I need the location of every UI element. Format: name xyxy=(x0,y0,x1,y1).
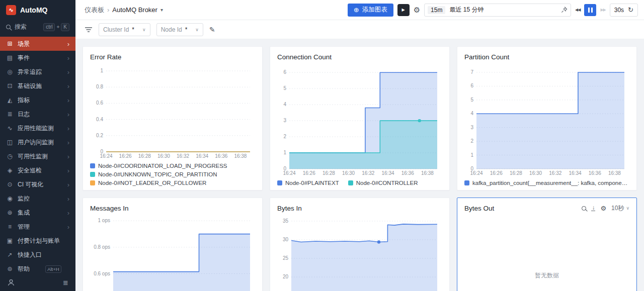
player-icon[interactable]: ▶ xyxy=(397,4,410,16)
sidebar-item-logs[interactable]: ≣ 日志 › xyxy=(0,107,75,121)
sidebar-item-integration[interactable]: ⊕ 集成 › xyxy=(0,206,75,220)
sidebar-item-scenes[interactable]: ⊞ 场景 › xyxy=(0,37,75,51)
svg-text:16:26: 16:26 xyxy=(119,153,132,159)
chart-canvas[interactable]: 1 ops0.8 ops0.6 ops0.4 ops16:2416:2616:2… xyxy=(90,214,255,291)
refresh-interval-select[interactable]: 30s ↻ xyxy=(610,4,638,17)
svg-text:2: 2 xyxy=(283,134,286,139)
sidebar-item-ci[interactable]: ⊙ CI 可视化 › xyxy=(0,177,75,191)
settings-gear-icon[interactable]: ⚙ xyxy=(414,6,420,15)
node-id-select[interactable]: Node Id * ∨ xyxy=(156,23,203,36)
logo[interactable]: ∿ AutoMQ xyxy=(0,0,75,19)
svg-text:16:32: 16:32 xyxy=(549,170,561,176)
legend-item[interactable]: Node-0#UNKNOWN_TOPIC_OR_PARTITION xyxy=(90,171,217,177)
svg-text:0.2: 0.2 xyxy=(96,133,103,138)
cluster-id-label: Cluster Id xyxy=(103,26,129,33)
legend-item[interactable]: Node-0#COORDINATOR_LOAD_IN_PROGRESS xyxy=(90,163,227,169)
chart-canvas[interactable]: 00.20.40.60.8116:2416:2616:2816:3016:321… xyxy=(90,63,255,160)
sidebar-item-tracing[interactable]: ◎ 异常追踪 › xyxy=(0,65,75,79)
fast-forward-icon[interactable]: ▶▶ xyxy=(600,8,605,12)
search-shortcut: ctrl + K xyxy=(43,23,69,31)
download-icon[interactable]: ↓ xyxy=(591,205,595,211)
sidebar-item-billing[interactable]: ▣ 付费计划与账单 › xyxy=(0,234,75,248)
chart-canvas[interactable]: 0123456716:2416:2616:2816:3016:3216:3416… xyxy=(464,63,629,177)
svg-text:6: 6 xyxy=(283,69,286,75)
legend-item[interactable]: Node-0#CONTROLLER xyxy=(348,180,418,186)
user-avatar-icon[interactable] xyxy=(7,278,15,286)
rewind-icon[interactable]: ◀◀ xyxy=(575,8,580,12)
sidebar-item-metrics[interactable]: ◭ 指标 › xyxy=(0,93,75,107)
pause-button[interactable] xyxy=(584,4,596,16)
availability-icon: ◷ xyxy=(6,153,14,160)
sidebar-item-quick-entry[interactable]: ↗ 快捷入口 › xyxy=(0,248,75,262)
svg-text:1: 1 xyxy=(283,150,286,155)
breadcrumb-current[interactable]: AutoMQ Broker xyxy=(112,6,157,14)
panel-connection-count: Connection Count 012345616:2416:2616:281… xyxy=(270,46,450,190)
chart-canvas[interactable]: 012345616:2416:2616:2816:3016:3216:3416:… xyxy=(277,63,442,177)
sidebar-item-label: 指标 xyxy=(18,96,30,105)
svg-text:0.4: 0.4 xyxy=(96,117,103,122)
legend-label: Node-0#COORDINATOR_LOAD_IN_PROGRESS xyxy=(98,163,227,169)
sidebar-item-label: 付费计划与账单 xyxy=(18,237,60,245)
filter-icon[interactable] xyxy=(85,26,93,33)
chevron-right-icon: › xyxy=(67,125,69,132)
dashboard-content: Error Rate 00.20.40.60.8116:2416:2616:28… xyxy=(75,39,644,291)
svg-text:35: 35 xyxy=(283,218,289,224)
add-chart-button[interactable]: ⊕ 添加图表 xyxy=(348,4,393,17)
legend-item[interactable]: kafka_partition_count{__measurement__: k… xyxy=(464,180,629,186)
management-icon: ≡ xyxy=(6,223,14,230)
sidebar-item-apm[interactable]: ∿ 应用性能监测 › xyxy=(0,121,75,135)
svg-text:0.6: 0.6 xyxy=(96,100,103,106)
sidebar-item-security[interactable]: ◈ 安全巡检 › xyxy=(0,163,75,177)
cluster-id-value: * xyxy=(132,26,134,33)
sidebar-item-label: 可用性监测 xyxy=(18,152,48,161)
sidebar-item-label: 监控 xyxy=(18,195,30,203)
chevron-down-icon[interactable]: ▾ xyxy=(160,7,163,13)
sidebar-item-infrastructure[interactable]: ⊡ 基础设施 › xyxy=(0,79,75,93)
breadcrumb-separator: › xyxy=(107,6,109,14)
panel-settings-icon[interactable]: ⚙ xyxy=(600,205,606,212)
sidebar-search[interactable]: 搜索 ctrl + K xyxy=(0,19,75,35)
legend-swatch xyxy=(277,180,282,185)
chevron-right-icon: › xyxy=(67,153,69,160)
svg-text:16:36: 16:36 xyxy=(401,170,414,176)
sidebar-item-events[interactable]: ▤ 事件 › xyxy=(0,51,75,65)
monitor-icon: ◉ xyxy=(6,195,14,202)
interval-select[interactable]: 10秒 ∨ xyxy=(611,204,629,213)
panel-title: Bytes In xyxy=(277,205,302,212)
zoom-icon[interactable] xyxy=(582,206,586,211)
svg-text:0.8: 0.8 xyxy=(96,84,103,89)
svg-text:1 ops: 1 ops xyxy=(98,218,110,223)
search-icon xyxy=(6,25,11,29)
legend-label: Node-0#UNKNOWN_TOPIC_OR_PARTITION xyxy=(98,171,217,177)
panel-header: Bytes In xyxy=(277,203,442,213)
sidebar-item-monitoring[interactable]: ◉ 监控 › xyxy=(0,191,75,206)
svg-text:16:34: 16:34 xyxy=(569,170,581,176)
svg-text:0.8 ops: 0.8 ops xyxy=(94,244,110,250)
chevron-right-icon: › xyxy=(67,68,69,76)
menu-list-icon[interactable]: ≣ xyxy=(63,279,68,286)
pin-icon[interactable] xyxy=(561,7,568,13)
sidebar-item-label: 日志 xyxy=(18,110,30,119)
sidebar-item-label: 事件 xyxy=(18,54,30,62)
breadcrumb-root[interactable]: 仪表板 xyxy=(85,6,104,15)
infrastructure-icon: ⊡ xyxy=(6,82,14,89)
chevron-right-icon: › xyxy=(67,111,69,118)
refresh-icon[interactable]: ↻ xyxy=(628,6,633,14)
edit-filters-icon[interactable]: ✎ xyxy=(209,26,215,34)
cluster-id-select[interactable]: Cluster Id * ∨ xyxy=(99,23,150,36)
legend-item[interactable]: Node-0#PLAINTEXT xyxy=(277,180,339,186)
chart-canvas[interactable]: 353025201516:2416:2616:2816:3016:3216:34… xyxy=(277,214,442,291)
sidebar-item-help[interactable]: ⊚ 帮助 Alt+H › xyxy=(0,262,75,274)
svg-text:30: 30 xyxy=(283,237,289,242)
svg-text:5: 5 xyxy=(470,97,473,103)
sidebar-item-user-access[interactable]: ◫ 用户访问监测 › xyxy=(0,135,75,149)
sidebar-item-availability[interactable]: ◷ 可用性监测 › xyxy=(0,149,75,163)
panel-partition-count: Partition Count 0123456716:2416:2616:281… xyxy=(457,46,637,190)
sidebar-item-management[interactable]: ≡ 管理 › xyxy=(0,220,75,234)
svg-text:2: 2 xyxy=(470,138,473,144)
time-range-picker[interactable]: 15m 最近 15 分钟 xyxy=(424,4,571,17)
legend-item[interactable]: Node-0#NOT_LEADER_OR_FOLLOWER xyxy=(90,180,206,186)
kbd-ctrl: ctrl xyxy=(43,23,55,31)
svg-text:16:28: 16:28 xyxy=(510,170,522,176)
panel-title: Partition Count xyxy=(464,53,509,61)
